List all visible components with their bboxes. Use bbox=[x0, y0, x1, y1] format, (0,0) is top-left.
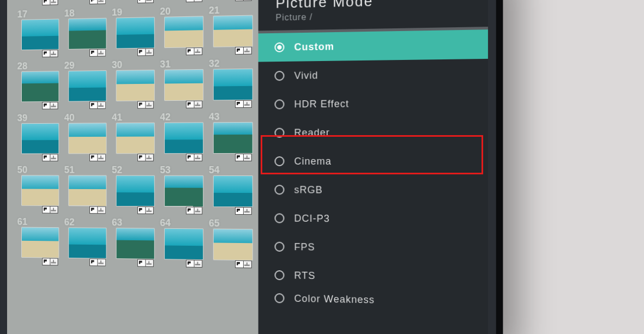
adjust-icon bbox=[97, 49, 105, 57]
radio-icon bbox=[275, 71, 285, 81]
picture-mode-option-fps[interactable]: FPS bbox=[258, 232, 488, 264]
thumbnail[interactable]: 42 bbox=[164, 122, 202, 161]
thumbnail-index: 31 bbox=[160, 59, 170, 70]
flag-icon bbox=[186, 47, 195, 55]
picture-mode-option-custom[interactable]: Custom bbox=[258, 29, 488, 62]
thumbnail[interactable]: 8 bbox=[116, 0, 154, 4]
flag-icon bbox=[42, 50, 50, 57]
thumbnail-index: 52 bbox=[112, 165, 122, 176]
thumbnail-badges bbox=[138, 48, 154, 56]
thumbnail-index: 40 bbox=[64, 112, 75, 124]
thumbnail[interactable]: 21 bbox=[213, 15, 252, 55]
thumbnail-index: 18 bbox=[64, 8, 75, 19]
picture-mode-option-dci-p3[interactable]: DCI-P3 bbox=[258, 204, 488, 234]
thumbnail-badges bbox=[236, 100, 252, 108]
thumbnail-image bbox=[68, 175, 106, 207]
radio-icon bbox=[275, 242, 285, 252]
adjust-icon bbox=[243, 207, 252, 215]
thumbnail-image bbox=[116, 17, 155, 48]
radio-icon bbox=[275, 128, 285, 138]
thumbnail-image bbox=[21, 71, 59, 102]
thumbnail[interactable]: 61 bbox=[21, 227, 58, 266]
thumbnail[interactable]: 31 bbox=[164, 69, 202, 108]
thumbnail[interactable]: 65 bbox=[213, 229, 252, 269]
radio-icon bbox=[275, 213, 285, 223]
thumbnail-badges bbox=[186, 0, 202, 2]
picture-mode-option-hdr-effect[interactable]: HDR Effect bbox=[258, 88, 488, 119]
thumbnail[interactable]: 28 bbox=[21, 71, 58, 110]
picture-mode-option-cinema[interactable]: Cinema bbox=[258, 147, 488, 176]
adjust-icon bbox=[50, 206, 58, 214]
thumbnail[interactable]: 51 bbox=[68, 175, 105, 214]
thumbnail-index: 50 bbox=[17, 165, 28, 175]
thumbnail-badges bbox=[186, 154, 202, 161]
flag-icon bbox=[137, 0, 146, 3]
adjust-icon bbox=[243, 100, 252, 108]
picture-mode-option-color-weakness[interactable]: Color Weakness bbox=[258, 289, 488, 311]
thumbnail[interactable]: 6 bbox=[21, 0, 58, 6]
thumbnail[interactable]: 19 bbox=[116, 17, 154, 56]
flag-icon bbox=[235, 260, 244, 268]
thumbnail[interactable]: 40 bbox=[68, 123, 105, 161]
radio-icon bbox=[275, 293, 285, 303]
thumbnail[interactable]: 17 bbox=[21, 19, 58, 58]
thumbnail-badges bbox=[90, 206, 106, 214]
thumbnail-image bbox=[213, 122, 253, 154]
thumbnail[interactable]: 53 bbox=[164, 175, 202, 215]
picture-mode-option-srgb[interactable]: sRGB bbox=[258, 175, 488, 205]
flag-icon bbox=[235, 0, 244, 1]
thumbnail[interactable]: 62 bbox=[68, 227, 105, 266]
thumbnail-badges bbox=[186, 207, 202, 214]
picture-mode-options: CustomVividHDR EffectReaderCinemasRGBDCI… bbox=[258, 29, 488, 311]
option-label: HDR Effect bbox=[294, 98, 349, 110]
thumbnail[interactable]: 10 bbox=[213, 0, 252, 2]
thumbnail-badges bbox=[43, 258, 58, 265]
thumbnail[interactable]: 43 bbox=[213, 122, 252, 161]
thumbnail-image bbox=[213, 229, 253, 261]
thumbnail-image bbox=[116, 123, 155, 154]
thumbnail[interactable]: 18 bbox=[68, 18, 105, 57]
thumbnail[interactable]: 52 bbox=[116, 175, 154, 214]
thumbnail-badges bbox=[186, 260, 202, 268]
thumbnail[interactable]: 39 bbox=[21, 123, 58, 161]
adjust-icon bbox=[50, 258, 58, 266]
thumbnail[interactable]: 63 bbox=[116, 228, 154, 267]
thumbnail-image bbox=[116, 175, 155, 207]
flag-icon bbox=[89, 49, 98, 57]
thumbnail[interactable]: 54 bbox=[213, 175, 252, 215]
thumbnail[interactable]: 9 bbox=[164, 0, 202, 3]
thumbnail-badges bbox=[236, 260, 252, 268]
thumbnail-index: 62 bbox=[64, 217, 75, 228]
picture-mode-option-reader[interactable]: Reader bbox=[258, 117, 488, 147]
thumbnail[interactable]: 50 bbox=[21, 175, 58, 213]
adjust-icon bbox=[50, 154, 58, 161]
thumbnail-image bbox=[116, 228, 155, 259]
adjust-icon bbox=[145, 207, 153, 214]
thumbnail-image bbox=[164, 175, 203, 207]
flag-icon bbox=[42, 258, 50, 265]
thumbnail-badges bbox=[236, 154, 252, 161]
adjust-icon bbox=[97, 0, 105, 4]
thumbnail-image bbox=[164, 228, 203, 260]
picture-mode-option-vivid[interactable]: Vivid bbox=[258, 59, 488, 90]
thumbnail[interactable]: 20 bbox=[164, 16, 202, 56]
flag-icon bbox=[89, 206, 98, 214]
thumbnail[interactable]: 41 bbox=[116, 123, 154, 161]
thumbnail-index: 41 bbox=[112, 112, 122, 123]
thumbnail[interactable]: 29 bbox=[68, 70, 105, 109]
thumbnail[interactable]: 7 bbox=[68, 0, 105, 5]
adjust-icon bbox=[243, 47, 252, 54]
flag-icon bbox=[186, 207, 195, 214]
thumbnail[interactable]: 64 bbox=[164, 228, 202, 268]
picture-mode-option-rts[interactable]: RTS bbox=[258, 260, 488, 293]
flag-icon bbox=[42, 154, 50, 161]
adjust-icon bbox=[194, 260, 203, 268]
thumbnail[interactable]: 30 bbox=[116, 70, 154, 109]
radio-icon bbox=[275, 99, 285, 109]
flag-icon bbox=[89, 0, 98, 4]
thumbnail-index: 53 bbox=[160, 165, 170, 176]
thumbnail[interactable]: 32 bbox=[213, 69, 252, 108]
flag-icon bbox=[89, 154, 98, 161]
thumbnail-image bbox=[213, 15, 253, 47]
thumbnail-image bbox=[164, 69, 203, 101]
